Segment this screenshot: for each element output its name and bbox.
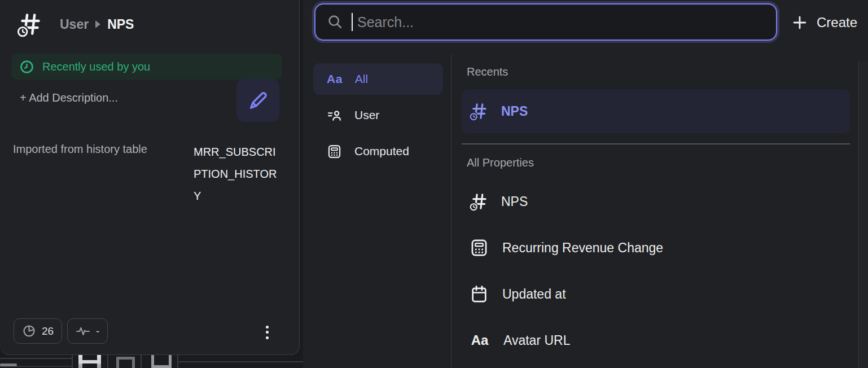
property-search-modal: Create Aa All User [303,0,868,368]
breadcrumb: User NPS [60,17,134,32]
user-list-icon [327,108,342,123]
activity-pulse-icon [76,325,90,338]
property-item-updated-at[interactable]: Updated at [462,272,850,316]
imported-table-name: MRR_SUBSCRIPTION_HISTORY [194,141,283,207]
tab-user[interactable]: User [313,99,443,131]
calculator-icon [327,144,342,159]
property-item-label: Updated at [502,287,566,302]
add-description-button[interactable]: + Add Description... [20,91,118,104]
pie-chart-icon [22,324,36,338]
background-column-icon [78,355,101,368]
background-table-edge [0,355,303,368]
recently-used-label: Recently used by you [42,60,150,73]
search-results: Recents NPS All Properties [451,54,858,368]
divider [462,143,850,144]
edit-button[interactable] [236,79,279,122]
divider [177,361,303,362]
property-item-avatar-url[interactable]: Aa Avatar URL [462,318,850,362]
imported-from-row: Imported from history table MRR_SUBSCRIP… [13,141,290,207]
background-column-icon [116,357,135,368]
distribution-count-button[interactable]: 26 [14,318,62,344]
property-item-label: Avatar URL [503,333,570,348]
tab-label: All [355,72,368,86]
tab-computed[interactable]: Computed [313,135,443,167]
search-bar[interactable] [314,3,777,41]
tab-label: User [354,108,379,122]
property-item-recurring-revenue-change[interactable]: Recurring Revenue Change [462,226,850,270]
more-options-button[interactable] [261,323,273,341]
search-input[interactable] [357,14,776,30]
calculator-icon [470,238,489,257]
all-properties-section-title: All Properties [467,156,534,169]
recent-item-label: NPS [501,104,528,119]
property-detail-card: User NPS Recently used by you + Add Desc… [0,0,300,355]
imported-from-label: Imported from history table [13,141,194,207]
property-item-nps[interactable]: NPS [462,179,850,224]
card-footer: 26 - [0,318,300,344]
count-value: 26 [42,325,54,338]
tab-label: Computed [354,144,409,158]
calendar-icon [470,284,489,304]
filter-tabs: Aa All User [303,54,451,368]
chevron-right-icon [95,20,100,28]
description-row: + Add Description... [0,79,300,122]
plus-icon [792,15,808,30]
text-type-icon: Aa [327,72,343,86]
breadcrumb-current: NPS [107,17,134,32]
property-item-label: Recurring Revenue Change [502,240,663,256]
text-cursor [352,13,353,31]
property-header: User NPS [17,11,134,37]
background-column-icon [151,355,172,368]
recents-section-title: Recents [467,65,508,78]
property-item-label: NPS [501,194,528,209]
number-time-icon [470,192,488,211]
search-icon [327,14,344,30]
create-label: Create [817,15,857,30]
breadcrumb-parent[interactable]: User [60,17,89,32]
text-type-icon: Aa [470,332,490,348]
app-screen: User NPS Recently used by you + Add Desc… [0,0,868,368]
clock-icon [19,59,34,75]
divider [0,358,72,359]
trend-button[interactable]: - [67,318,108,344]
scrollbar-track[interactable] [858,61,868,368]
recent-item-nps[interactable]: NPS [462,89,850,133]
tab-all[interactable]: Aa All [313,63,443,95]
number-time-icon [17,11,42,37]
recently-used-badge: Recently used by you [11,54,282,80]
background-highlight [0,363,17,366]
divider [72,355,73,368]
divider [107,355,108,368]
number-time-icon [470,102,488,121]
create-button[interactable]: Create [792,8,857,37]
pencil-icon [247,89,269,112]
trend-value: - [96,325,99,338]
divider [141,355,142,368]
